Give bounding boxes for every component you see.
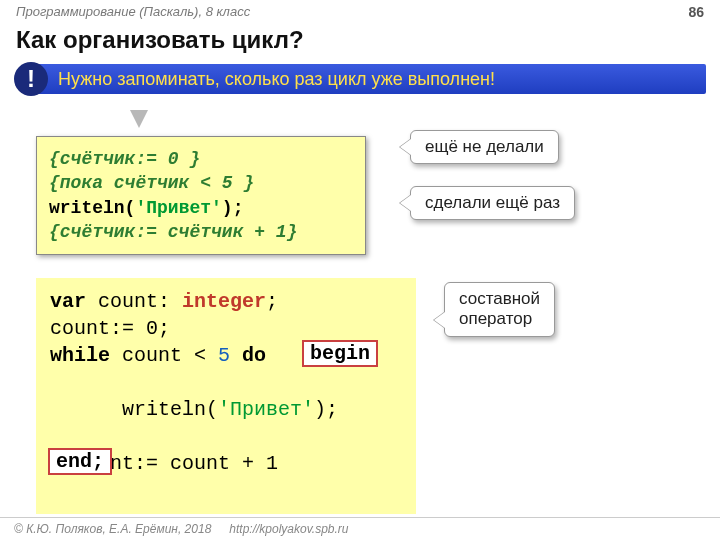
paren-close: ); (314, 398, 338, 421)
pseudo-line-1: {счётчик:= 0 } (49, 149, 200, 169)
pseudo-line-2: {пока счётчик < 5 } (49, 173, 254, 193)
footer: © К.Ю. Поляков, Е.А. Ерёмин, 2018 http:/… (0, 517, 720, 540)
arrow-down-icon (130, 110, 148, 128)
alert-row: ! Нужно запоминать, сколько раз цикл уже… (14, 62, 706, 96)
cond-space (230, 344, 242, 367)
exclamation-icon: ! (14, 62, 48, 96)
pascal-code-block: var count: integer; count:= 0; while cou… (36, 278, 416, 514)
semicolon-1: ; (266, 290, 278, 313)
cond-part1: count < (110, 344, 218, 367)
writeln-call: writeln( (98, 398, 218, 421)
assign-zero: count:= 0; (50, 317, 170, 340)
page-title: Как организовать цикл? (0, 22, 720, 60)
copyright-text: © К.Ю. Поляков, Е.А. Ерёмин, 2018 (14, 522, 211, 536)
pseudocode-block: {счётчик:= 0 } {пока счётчик < 5 } write… (36, 136, 366, 255)
pseudo-string: 'Привет' (135, 198, 221, 218)
footer-link[interactable]: http://kpolyakov.spb.ru (229, 522, 348, 536)
kw-var: var (50, 290, 86, 313)
alert-message: Нужно запоминать, сколько раз цикл уже в… (32, 64, 706, 94)
page-number: 86 (688, 4, 704, 20)
string-privet: 'Привет' (218, 398, 314, 421)
pseudo-writeln: writeln( (49, 198, 135, 218)
pseudo-line-4: {счётчик:= счётчик + 1} (49, 222, 297, 242)
decl-count: count: (86, 290, 182, 313)
kw-do: do (242, 344, 266, 367)
callout-did-again: сделали ещё раз (410, 186, 575, 220)
course-label: Программирование (Паскаль), 8 класс (16, 4, 250, 20)
literal-5: 5 (218, 344, 230, 367)
kw-while: while (50, 344, 110, 367)
pseudo-paren: ); (222, 198, 244, 218)
tag-end: end; (48, 448, 112, 475)
type-integer: integer (182, 290, 266, 313)
tag-begin: begin (302, 340, 378, 367)
header-bar: Программирование (Паскаль), 8 класс 86 (0, 0, 720, 22)
callout-not-yet: ещё не делали (410, 130, 559, 164)
callout-compound-operator: составной оператор (444, 282, 555, 337)
